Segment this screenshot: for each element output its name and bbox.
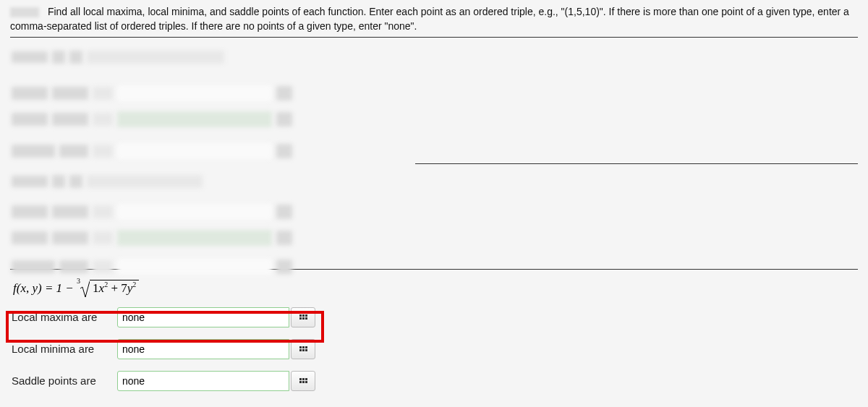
local-minima-row: Local minima are <box>12 339 858 359</box>
local-maxima-input[interactable] <box>117 307 289 327</box>
local-minima-input[interactable] <box>117 339 289 359</box>
saddle-points-input[interactable] <box>117 371 289 391</box>
function-definition: f(x, y) = 1 − 3 1x2 + 7y2 <box>10 277 858 307</box>
keypad-icon <box>299 346 307 351</box>
local-maxima-label: Local maxima are <box>12 311 117 323</box>
keypad-icon <box>299 314 307 320</box>
keypad-button[interactable] <box>291 371 315 391</box>
saddle-points-row: Saddle points are <box>12 371 858 391</box>
local-maxima-row: Local maxima are <box>12 307 858 327</box>
keypad-button[interactable] <box>291 339 315 359</box>
redacted-chip <box>10 7 39 17</box>
question-instruction: Find all local maxima, local minima, and… <box>10 4 858 34</box>
keypad-icon <box>299 378 307 383</box>
keypad-button[interactable] <box>291 307 315 327</box>
divider-top <box>10 37 858 38</box>
instruction-text: Find all local maxima, local minima, and… <box>10 6 849 32</box>
divider-right <box>415 163 858 164</box>
redacted-workspace <box>10 40 858 265</box>
saddle-points-label: Saddle points are <box>12 374 117 387</box>
local-minima-label: Local minima are <box>12 343 117 355</box>
